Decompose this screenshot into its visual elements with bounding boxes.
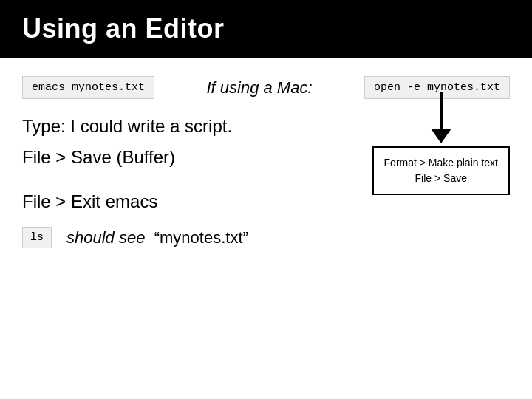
should-see-filename: “mynotes.txt” [150, 228, 248, 247]
arrow-shaft [440, 92, 443, 129]
ls-command: ls [22, 227, 52, 248]
page-container: Using an Editor emacs mynotes.txt If usi… [0, 0, 532, 399]
bottom-row: ls should see “mynotes.txt” [22, 227, 510, 248]
format-box-line2: File > Save [384, 171, 498, 186]
arrow-head-icon [431, 129, 451, 143]
emacs-command: emacs mynotes.txt [22, 76, 154, 99]
main-content: emacs mynotes.txt If using a Mac: open -… [0, 58, 532, 263]
page-title: Using an Editor [22, 13, 510, 44]
body-section: Type: I could write a script. File > Sav… [22, 114, 510, 212]
format-box-line1: Format > Make plain text [384, 155, 498, 171]
should-see-text: should see “mynotes.txt” [66, 228, 248, 248]
should-see-label: should see [66, 228, 145, 247]
title-bar: Using an Editor [0, 0, 532, 58]
format-box: Format > Make plain text File > Save [372, 146, 510, 195]
arrow-format-section: Format > Make plain text File > Save [372, 92, 510, 195]
if-using-mac-label: If using a Mac: [177, 78, 342, 98]
